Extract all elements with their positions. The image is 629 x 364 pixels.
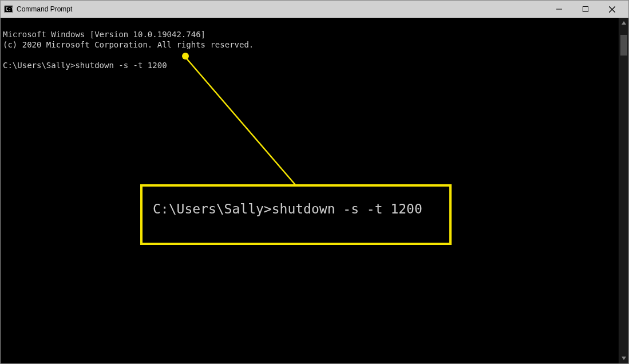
scroll-thumb[interactable] — [620, 35, 627, 56]
terminal[interactable]: Microsoft Windows [Version 10.0.19042.74… — [1, 18, 619, 363]
scroll-up-icon[interactable] — [620, 19, 627, 27]
terminal-command: shutdown -s -t 1200 — [75, 61, 167, 70]
window-title: Command Prompt — [17, 5, 72, 13]
svg-marker-7 — [622, 21, 626, 25]
terminal-line: Microsoft Windows [Version 10.0.19042.74… — [3, 30, 205, 39]
svg-text:C:\: C:\ — [6, 7, 13, 12]
cmd-window: C:\ Command Prompt Microsoft Windows [Ve… — [0, 0, 629, 364]
terminal-area: Microsoft Windows [Version 10.0.19042.74… — [1, 18, 628, 363]
maximize-button[interactable] — [572, 1, 599, 18]
svg-marker-8 — [622, 357, 626, 360]
terminal-line: (c) 2020 Microsoft Corporation. All righ… — [3, 40, 254, 49]
minimize-button[interactable] — [546, 1, 572, 18]
terminal-prompt: C:\Users\Sally> — [3, 61, 75, 70]
scroll-down-icon[interactable] — [620, 354, 627, 362]
titlebar[interactable]: C:\ Command Prompt — [1, 1, 628, 18]
svg-rect-4 — [583, 7, 588, 12]
cmd-icon: C:\ — [4, 5, 13, 14]
vertical-scrollbar[interactable] — [619, 18, 628, 363]
window-controls — [546, 1, 625, 18]
close-button[interactable] — [599, 1, 625, 18]
